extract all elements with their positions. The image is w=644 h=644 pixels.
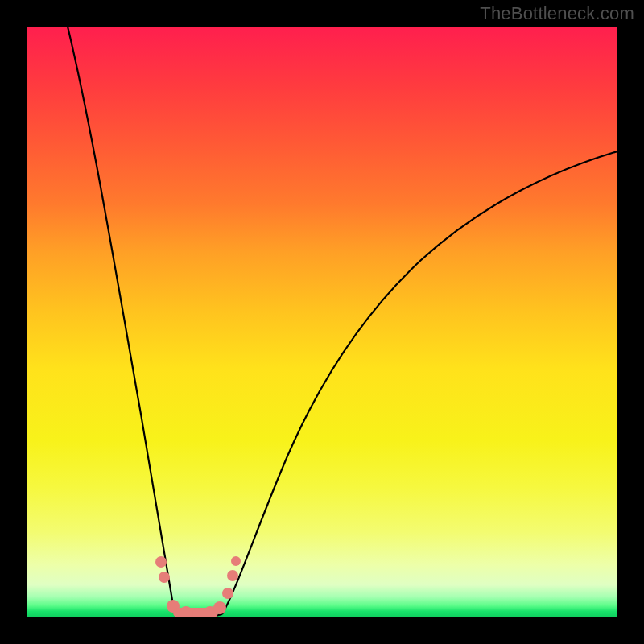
marker-dot xyxy=(231,556,241,566)
watermark-text: TheBottleneck.com xyxy=(480,3,634,24)
curve-left-branch xyxy=(68,27,175,614)
chart-frame: TheBottleneck.com xyxy=(0,0,644,644)
marker-dot xyxy=(159,572,170,583)
curve-right-branch xyxy=(222,151,617,614)
plot-area xyxy=(27,27,617,617)
marker-dot xyxy=(222,588,233,599)
marker-dot xyxy=(155,556,167,568)
marker-dot xyxy=(213,601,226,614)
bottleneck-curve xyxy=(27,27,617,617)
marker-dot xyxy=(227,570,238,581)
curve-markers xyxy=(155,556,241,617)
